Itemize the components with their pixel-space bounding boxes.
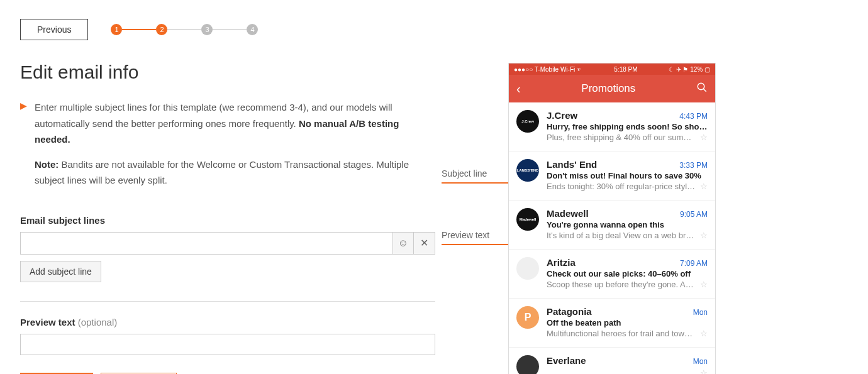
step-line xyxy=(167,29,201,30)
back-icon: ‹ xyxy=(516,82,521,96)
step-3[interactable]: 3 xyxy=(201,24,213,35)
svg-line-1 xyxy=(703,89,706,92)
step-line xyxy=(213,29,247,30)
info-text: Enter multiple subject lines for this te… xyxy=(35,99,435,197)
email-row: Aritzia7:09 AMCheck out our sale picks: … xyxy=(509,250,715,299)
email-subject: Off the beaten path xyxy=(547,318,708,327)
star-icon: ☆ xyxy=(700,182,708,191)
info-note-label: Note: xyxy=(35,159,58,170)
avatar xyxy=(516,355,539,374)
email-row: PPatagoniaMonOff the beaten pathMultifun… xyxy=(509,299,715,348)
email-time: 7:09 AM xyxy=(680,259,708,268)
email-row: J.CrewJ.Crew4:43 PMHurry, free shipping … xyxy=(509,102,715,151)
phone-header-title: Promotions xyxy=(581,82,635,95)
star-icon: ☆ xyxy=(700,368,708,374)
step-1[interactable]: 1 xyxy=(111,24,122,35)
email-time: Mon xyxy=(693,308,708,317)
email-subject: Hurry, free shipping ends soon! So shop … xyxy=(547,122,708,131)
star-icon: ☆ xyxy=(700,133,708,142)
email-time: 9:05 AM xyxy=(680,210,708,219)
email-row: MadewellMadewell9:05 AMYou're gonna wann… xyxy=(509,201,715,250)
email-sender: Patagonia xyxy=(547,306,592,317)
email-subject: Check out our sale picks: 40–60% off xyxy=(547,269,708,278)
email-preview: Ends tonight: 30% off regular-price styl… xyxy=(547,182,696,191)
step-4[interactable]: 4 xyxy=(247,24,258,35)
email-row: LANDS'ENDLands' End3:33 PMDon't miss out… xyxy=(509,151,715,201)
emoji-icon: ☺ xyxy=(398,238,408,249)
email-preview: Plus, free shipping & 40% off our summer… xyxy=(547,133,696,142)
phone-header: ‹ Promotions xyxy=(509,75,715,102)
emoji-picker-button[interactable]: ☺ xyxy=(392,232,414,255)
avatar: J.Crew xyxy=(516,110,539,133)
subject-lines-label: Email subject lines xyxy=(20,215,435,226)
svg-point-0 xyxy=(698,83,704,90)
email-preview: Scoop these up before they're gone. ARIT… xyxy=(547,280,696,289)
divider xyxy=(20,301,435,302)
avatar: LANDS'END xyxy=(516,159,539,182)
preview-text-input[interactable] xyxy=(20,334,435,355)
avatar: Madewell xyxy=(516,208,539,231)
email-row: EverlaneMon☆ xyxy=(509,348,715,374)
preview-text-label: Preview text (optional) xyxy=(20,317,435,327)
email-sender: J.Crew xyxy=(547,110,577,121)
email-sender: Everlane xyxy=(547,355,586,366)
email-sender: Madewell xyxy=(547,208,589,219)
email-time: 3:33 PM xyxy=(679,161,708,170)
page-title: Edit email info xyxy=(20,62,435,83)
avatar xyxy=(516,257,539,280)
email-subject: Don't miss out! Final hours to save 30% xyxy=(547,171,708,180)
star-icon: ☆ xyxy=(700,329,708,338)
info-caret-icon[interactable]: ▶ xyxy=(20,101,27,197)
phone-preview: ●●●○○ T-Mobile Wi-Fi ᯤ 5:18 PM ☾ ✈ ⚑ 12%… xyxy=(508,63,716,374)
step-indicator: 1 2 3 4 xyxy=(111,24,258,35)
add-subject-line-button[interactable]: Add subject line xyxy=(20,261,101,282)
subject-line-input[interactable] xyxy=(20,232,392,255)
email-subject: You're gonna wanna open this xyxy=(547,220,708,229)
email-preview: Multifunctional heroes for trail and tow… xyxy=(547,329,696,338)
star-icon: ☆ xyxy=(700,280,708,289)
previous-button[interactable]: Previous xyxy=(20,19,88,40)
phone-status-bar: ●●●○○ T-Mobile Wi-Fi ᯤ 5:18 PM ☾ ✈ ⚑ 12%… xyxy=(509,63,715,75)
pointer-preview-label: Preview text xyxy=(442,230,492,240)
email-sender: Lands' End xyxy=(547,159,597,170)
remove-subject-button[interactable]: ✕ xyxy=(414,232,435,255)
search-icon xyxy=(696,82,708,96)
star-icon: ☆ xyxy=(700,231,708,240)
email-time: 4:43 PM xyxy=(679,112,708,121)
email-time: Mon xyxy=(693,357,708,366)
step-2[interactable]: 2 xyxy=(156,24,167,35)
email-preview: It's kind of a big deal View on a web br… xyxy=(547,231,696,240)
info-note-text: Bandits are not available for the Welcom… xyxy=(35,159,409,186)
avatar: P xyxy=(516,306,539,329)
email-sender: Aritzia xyxy=(547,257,576,268)
step-line xyxy=(122,29,156,30)
close-icon: ✕ xyxy=(420,237,428,249)
pointer-subject-label: Subject line xyxy=(442,168,489,179)
